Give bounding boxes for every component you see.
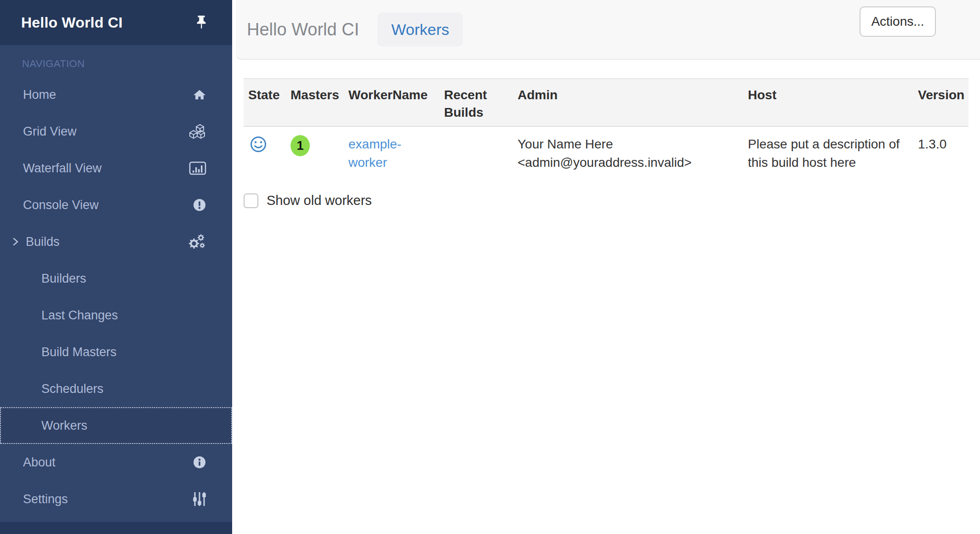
col-state: State [244, 79, 286, 126]
cubes-icon [186, 124, 206, 139]
cell-admin: Your Name Here <admin@youraddress.invali… [513, 126, 743, 186]
col-workername: WorkerName [344, 79, 439, 126]
cell-recent-builds [439, 126, 513, 186]
home-icon [186, 88, 206, 101]
actions-button[interactable]: Actions... [860, 6, 936, 37]
col-masters: Masters [286, 79, 344, 126]
page-title: Hello World CI [247, 20, 359, 40]
app-title: Hello World CI [21, 14, 123, 31]
exclamation-circle-icon [186, 198, 206, 212]
cell-workername: example-worker [344, 126, 439, 186]
masters-badge[interactable]: 1 [291, 135, 310, 156]
cell-masters: 1 [286, 126, 344, 186]
main-content: Hello World CI Workers Actions... State … [232, 0, 980, 534]
sidebar-footer [0, 522, 232, 534]
sidebar-item-console-view[interactable]: Console View [0, 187, 232, 223]
tab-workers[interactable]: Workers [377, 12, 463, 46]
chevron-right-icon [12, 236, 19, 247]
pin-icon[interactable] [194, 15, 208, 30]
table-header-row: State Masters WorkerName Recent Builds A… [244, 79, 969, 126]
sidebar-item-schedulers[interactable]: Schedulers [0, 370, 232, 407]
workers-table: State Masters WorkerName Recent Builds A… [244, 78, 969, 186]
nav-section-label: NAVIGATION [22, 58, 232, 70]
table-row: 1 example-worker Your Name Here <admin@y… [244, 126, 969, 186]
col-recent-builds: Recent Builds [439, 79, 513, 126]
sidebar-item-builders[interactable]: Builders [0, 260, 232, 297]
sidebar-header: Hello World CI [0, 0, 232, 45]
sidebar-item-settings[interactable]: Settings [0, 481, 232, 517]
sidebar-item-builds[interactable]: Builds [0, 223, 232, 260]
col-version: Version [913, 79, 969, 126]
sidebar-nav: Home Grid View Waterfall View [0, 76, 232, 517]
cogs-icon [186, 233, 206, 250]
sidebar-item-last-changes[interactable]: Last Changes [0, 297, 232, 334]
smiley-icon [249, 135, 268, 159]
info-circle-icon [186, 455, 206, 469]
cell-version: 1.3.0 [913, 126, 969, 186]
cell-state [244, 126, 286, 186]
sidebar-item-build-masters[interactable]: Build Masters [0, 334, 232, 370]
sidebar-item-workers[interactable]: Workers [0, 407, 232, 444]
col-host: Host [743, 79, 913, 126]
bar-chart-icon [186, 161, 206, 176]
show-old-workers-label[interactable]: Show old workers [267, 193, 372, 208]
sidebar: Hello World CI NAVIGATION Home Grid View [0, 0, 232, 534]
show-old-workers-control: Show old workers [244, 193, 372, 208]
sidebar-item-about[interactable]: About [0, 444, 232, 481]
sliders-icon [186, 491, 206, 507]
col-admin: Admin [513, 79, 743, 126]
sidebar-item-waterfall-view[interactable]: Waterfall View [0, 150, 232, 187]
sidebar-item-home[interactable]: Home [0, 76, 232, 113]
show-old-workers-checkbox[interactable] [244, 193, 258, 208]
sidebar-item-grid-view[interactable]: Grid View [0, 113, 232, 150]
cell-host: Please put a description of this build h… [743, 126, 913, 186]
worker-link[interactable]: example-worker [348, 137, 401, 170]
